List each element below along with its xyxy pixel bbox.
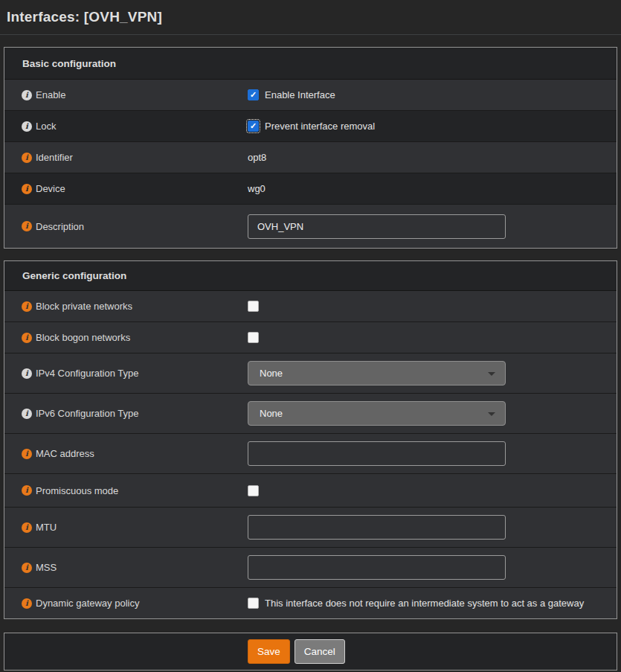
ipv6-configuration-type-select[interactable]: None: [248, 401, 506, 426]
info-icon[interactable]: i: [22, 333, 32, 343]
generic-configuration-panel: Generic configuration i Block private ne…: [4, 260, 617, 619]
form-row-block-private-networks: i Block private networks: [4, 291, 617, 322]
info-icon[interactable]: i: [22, 153, 32, 163]
ipv4-configuration-type-value: None: [260, 368, 283, 379]
device-value: wg0: [248, 183, 266, 194]
chevron-down-icon: [488, 412, 495, 416]
enable-checkbox-label[interactable]: Enable Interface: [265, 89, 335, 100]
info-icon[interactable]: i: [22, 368, 32, 379]
info-icon[interactable]: i: [22, 449, 32, 459]
info-icon[interactable]: i: [22, 184, 32, 194]
lock-checkbox[interactable]: [248, 121, 259, 132]
form-row-block-bogon-networks: i Block bogon networks: [4, 322, 617, 353]
info-icon[interactable]: i: [22, 598, 32, 609]
info-icon[interactable]: i: [22, 221, 32, 231]
promiscuous-mode-checkbox[interactable]: [248, 485, 259, 496]
dynamic-gateway-policy-checkbox[interactable]: [248, 598, 259, 609]
actions-panel: Save Cancel: [4, 633, 617, 671]
info-icon[interactable]: i: [22, 563, 32, 573]
form-row-ipv4-configuration-type: i IPv4 Configuration Type None: [4, 353, 617, 394]
field-label-mtu: MTU: [36, 522, 57, 533]
page-title: Interfaces: [OVH_VPN]: [7, 9, 162, 25]
field-label-device: Device: [36, 183, 65, 194]
page-title-bar: Interfaces: [OVH_VPN]: [0, 0, 621, 35]
field-label-ipv4-configuration-type: IPv4 Configuration Type: [36, 368, 139, 379]
field-label-enable: Enable: [36, 89, 65, 100]
block-private-networks-checkbox[interactable]: [248, 301, 259, 312]
mac-address-input[interactable]: [248, 441, 506, 466]
field-label-dynamic-gateway-policy: Dynamic gateway policy: [36, 598, 139, 609]
form-row-description: i Description: [4, 205, 617, 248]
form-row-lock: i Lock Prevent interface removal: [4, 111, 617, 142]
field-label-ipv6-configuration-type: IPv6 Configuration Type: [36, 408, 139, 419]
mtu-input[interactable]: [248, 515, 506, 540]
field-label-description: Description: [36, 221, 84, 232]
form-row-dynamic-gateway-policy: i Dynamic gateway policy This interface …: [4, 588, 617, 618]
form-row-mss: i MSS: [4, 548, 617, 588]
ipv6-configuration-type-value: None: [260, 408, 283, 419]
form-row-enable: i Enable Enable Interface: [4, 80, 617, 111]
field-label-block-private-networks: Block private networks: [36, 301, 132, 312]
section-title: Generic configuration: [22, 270, 126, 281]
info-icon[interactable]: i: [22, 301, 32, 312]
info-icon[interactable]: i: [22, 409, 32, 419]
cancel-button[interactable]: Cancel: [295, 639, 345, 664]
info-icon[interactable]: i: [22, 485, 32, 496]
identifier-value: opt8: [248, 152, 266, 163]
basic-configuration-header: Basic configuration: [4, 48, 617, 80]
info-icon[interactable]: i: [22, 522, 32, 533]
form-row-device: i Device wg0: [4, 173, 617, 205]
field-label-mac-address: MAC address: [36, 448, 94, 459]
chevron-down-icon: [488, 372, 495, 376]
mss-input[interactable]: [248, 555, 506, 580]
block-bogon-networks-checkbox[interactable]: [248, 332, 259, 343]
lock-checkbox-label[interactable]: Prevent interface removal: [265, 121, 375, 132]
field-label-block-bogon-networks: Block bogon networks: [36, 332, 130, 343]
dynamic-gateway-policy-checkbox-label[interactable]: This interface does not require an inter…: [265, 598, 584, 609]
info-icon[interactable]: i: [22, 121, 32, 132]
form-row-promiscuous-mode: i Promiscuous mode: [4, 474, 617, 508]
save-button[interactable]: Save: [248, 639, 290, 664]
info-icon[interactable]: i: [22, 90, 32, 100]
field-label-promiscuous-mode: Promiscuous mode: [36, 485, 118, 496]
section-title: Basic configuration: [22, 58, 116, 69]
form-row-ipv6-configuration-type: i IPv6 Configuration Type None: [4, 394, 617, 434]
form-row-identifier: i Identifier opt8: [4, 142, 617, 173]
basic-configuration-panel: Basic configuration i Enable Enable Inte…: [4, 47, 617, 249]
field-label-identifier: Identifier: [36, 152, 73, 163]
description-input[interactable]: [248, 214, 506, 239]
generic-configuration-header: Generic configuration: [4, 261, 617, 291]
field-label-lock: Lock: [36, 121, 56, 132]
form-row-mtu: i MTU: [4, 508, 617, 548]
field-label-mss: MSS: [36, 562, 57, 573]
form-row-mac-address: i MAC address: [4, 434, 617, 474]
ipv4-configuration-type-select[interactable]: None: [248, 361, 506, 385]
enable-checkbox[interactable]: [248, 89, 259, 100]
